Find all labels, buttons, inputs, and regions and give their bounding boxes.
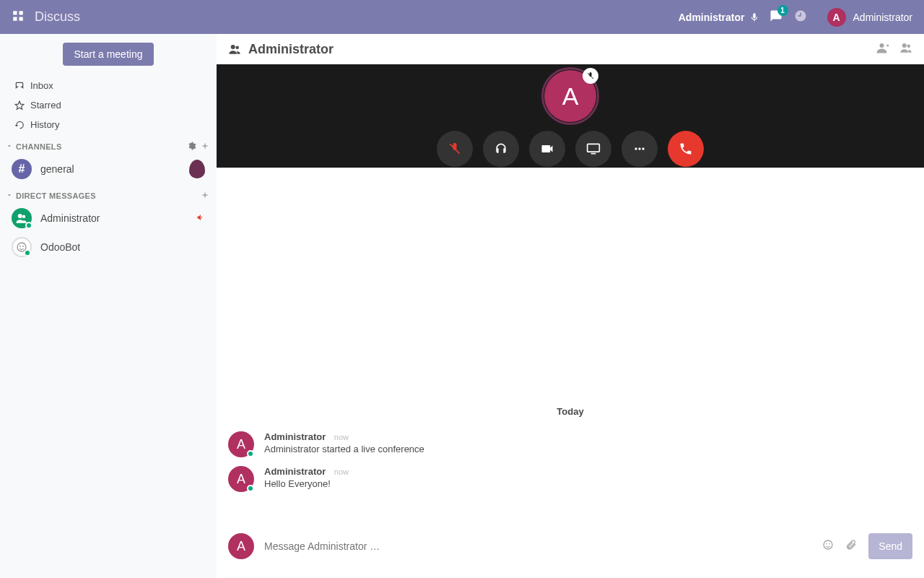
channels-label: CHANNELS: [16, 142, 188, 151]
hash-icon: #: [12, 159, 32, 179]
channel-name: general: [40, 163, 74, 175]
attachment-icon[interactable]: [845, 539, 857, 553]
sidebar-item-starred[interactable]: Starred: [0, 95, 217, 115]
sidebar-item-history[interactable]: History: [0, 115, 217, 134]
svg-point-21: [824, 540, 832, 549]
composer: A Send: [217, 525, 924, 578]
svg-point-11: [880, 43, 884, 48]
call-participant: A: [544, 70, 596, 122]
dm-avatar: [12, 208, 32, 228]
add-channel-icon[interactable]: [201, 142, 209, 152]
speaker-icon: [196, 212, 205, 224]
sidebar-label: History: [30, 119, 59, 130]
start-meeting-button[interactable]: Start a meeting: [63, 43, 154, 66]
message-text: Administrator started a live conference: [264, 444, 424, 454]
more-options-button[interactable]: [622, 131, 658, 167]
message-time: now: [334, 467, 349, 476]
toggle-camera-button[interactable]: [529, 131, 565, 167]
dm-name: OdooBot: [40, 241, 80, 253]
thread-header: Administrator: [217, 34, 924, 64]
dm-item-odoobot[interactable]: OdooBot: [0, 233, 217, 262]
dm-item-administrator[interactable]: Administrator: [0, 204, 217, 233]
channel-indicator: [189, 160, 205, 178]
muted-indicator-icon: [583, 68, 598, 84]
app-brand[interactable]: Discuss: [35, 9, 80, 25]
call-controls: [437, 131, 704, 167]
svg-point-18: [635, 147, 637, 150]
sidebar-label: Starred: [30, 100, 61, 111]
svg-point-9: [231, 45, 235, 49]
messaging-badge: 1: [777, 5, 788, 16]
channel-item-general[interactable]: # general: [0, 155, 217, 184]
chevron-down-icon: [6, 191, 13, 200]
message-item[interactable]: A Administrator now Hello Everyone!: [228, 462, 912, 496]
message-input[interactable]: [264, 540, 812, 552]
share-screen-button[interactable]: [575, 131, 611, 167]
svg-point-8: [22, 246, 24, 247]
svg-rect-16: [588, 144, 600, 152]
dm-name: Administrator: [40, 212, 100, 224]
username-label: Administrator: [853, 12, 912, 23]
star-icon: [14, 100, 25, 111]
apps-icon[interactable]: [12, 9, 25, 25]
chevron-down-icon: [6, 142, 13, 151]
group-icon: [228, 43, 241, 56]
thread-title: Administrator: [248, 42, 876, 57]
mic-icon[interactable]: [749, 11, 759, 24]
messages-area: Today A Administrator now Administrator …: [217, 168, 924, 525]
svg-point-20: [642, 147, 644, 150]
svg-point-12: [902, 43, 907, 48]
composer-avatar: A: [228, 533, 254, 559]
voice-user-label: Administrator: [679, 12, 745, 23]
activity-icon[interactable]: [794, 9, 807, 25]
svg-point-23: [829, 543, 830, 545]
history-icon: [14, 120, 25, 130]
svg-rect-1: [19, 11, 23, 14]
svg-point-10: [236, 46, 240, 50]
toggle-mic-button[interactable]: [437, 131, 473, 167]
message-avatar: A: [228, 431, 254, 457]
message-avatar: A: [228, 466, 254, 492]
message-time: now: [334, 433, 349, 441]
inbox-icon: [14, 81, 25, 91]
toggle-deafen-button[interactable]: [483, 131, 519, 167]
message-author: Administrator: [264, 466, 326, 477]
sidebar-label: Inbox: [30, 80, 53, 91]
svg-point-13: [907, 45, 911, 48]
svg-rect-0: [13, 11, 17, 14]
add-dm-icon[interactable]: [201, 191, 209, 201]
thread: Administrator A: [217, 34, 924, 578]
message-item[interactable]: A Administrator now Administrator starte…: [228, 427, 912, 462]
gear-icon[interactable]: [188, 142, 196, 152]
sidebar: Start a meeting Inbox Starred History CH…: [0, 34, 217, 578]
svg-rect-2: [13, 17, 17, 20]
messaging-icon[interactable]: 1: [770, 9, 783, 25]
user-menu[interactable]: A Administrator: [827, 8, 912, 27]
dm-label: DIRECT MESSAGES: [16, 191, 201, 200]
message-author: Administrator: [264, 431, 326, 442]
channels-header[interactable]: CHANNELS: [0, 134, 217, 155]
emoji-icon[interactable]: [822, 539, 834, 553]
message-text: Hello Everyone!: [264, 478, 349, 489]
svg-point-19: [638, 147, 640, 150]
dm-avatar: [12, 237, 32, 257]
day-separator: Today: [228, 406, 912, 417]
svg-point-5: [22, 215, 26, 219]
svg-point-22: [826, 543, 827, 545]
svg-point-7: [19, 246, 21, 247]
svg-point-4: [18, 214, 22, 218]
hangup-button[interactable]: [668, 131, 704, 167]
svg-rect-17: [591, 153, 596, 155]
send-button[interactable]: Send: [868, 533, 912, 559]
members-icon[interactable]: [899, 41, 912, 57]
navbar: Discuss Administrator 1 A Administrator: [0, 0, 924, 34]
user-avatar: A: [827, 8, 846, 27]
svg-rect-3: [19, 17, 23, 20]
add-user-icon[interactable]: [876, 41, 889, 57]
call-panel: A: [217, 64, 924, 168]
sidebar-item-inbox[interactable]: Inbox: [0, 76, 217, 95]
dm-header[interactable]: DIRECT MESSAGES: [0, 184, 217, 204]
